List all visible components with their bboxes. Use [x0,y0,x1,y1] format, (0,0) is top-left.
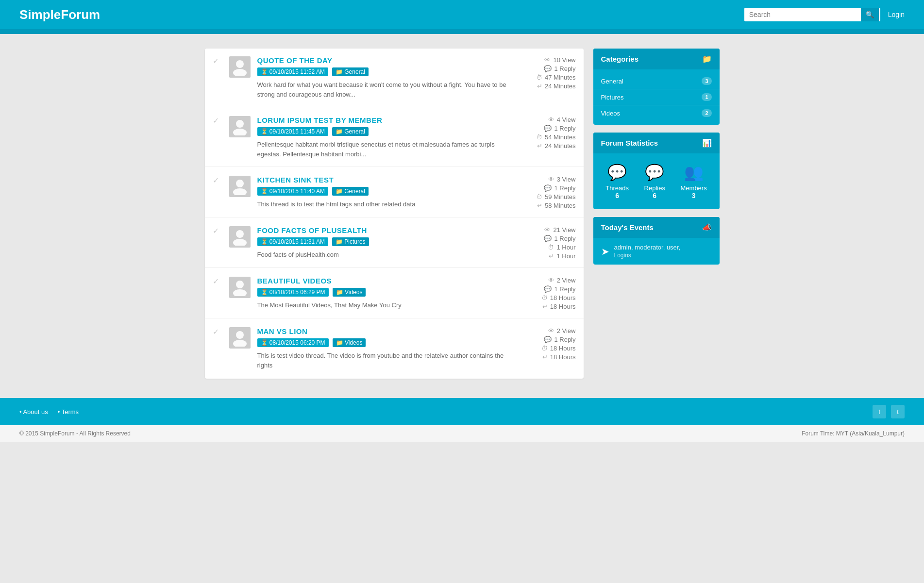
time1: 1 Hour [556,244,575,251]
thread-body: BEAUTIFUL VIDEOS ⏳ 08/10/2015 06:29 PM 📁… [257,277,516,310]
reply2-icon: ↵ [537,142,542,150]
time2-row: ↵18 Hours [522,303,576,310]
time2-row: ↵24 Minutes [522,83,576,90]
stats-grid: 💬 Threads 6 💬 Replies 6 👥 Members 3 [593,153,720,209]
views-count: 2 View [557,277,576,284]
svg-point-8 [236,281,244,288]
thread-category[interactable]: 📁 Videos [333,288,366,297]
reply-icon: 💬 [544,235,552,242]
threads-icon: 💬 [605,163,629,182]
stat-replies: 💬 Replies 6 [644,163,665,200]
category-name: Pictures [601,94,624,101]
categories-header: Categories 📁 [593,49,720,69]
thread-category[interactable]: 📁 Videos [333,338,366,347]
svg-point-7 [233,239,247,246]
time1: 59 Minutes [545,193,576,200]
thread-card: ✓ BEAUTIFUL VIDEOS ⏳ 08/10/2015 06:29 PM… [205,269,584,318]
time2: 24 Minutes [545,142,576,150]
thread-category[interactable]: 📁 General [332,127,369,136]
login-icon: ➤ [601,246,609,257]
thread-title[interactable]: QUOTE OF THE DAY [257,56,516,65]
search-input[interactable] [744,8,861,21]
header-right: 🔍 Login [744,8,905,21]
header: SimpleForum 🔍 Login [0,0,924,29]
avatar-wrap [229,277,251,298]
replies-row: 💬1 Reply [522,184,576,192]
search-button[interactable]: 🔍 [861,8,879,21]
thread-title[interactable]: LORUM IPSUM TEST BY MEMBER [257,116,516,124]
avatar [229,56,251,78]
avatar [229,176,251,197]
megaphone-icon: 📣 [702,223,712,232]
thread-stats: 👁2 View 💬1 Reply ⏱18 Hours ↵18 Hours [522,277,576,310]
login-button[interactable]: Login [888,11,905,18]
forum-time: Forum Time: MYT (Asia/Kuala_Lumpur) [802,430,905,437]
event-names: admin, moderator, user, [614,244,681,251]
eye-icon: 👁 [548,176,554,183]
check-col: ✓ [213,226,222,236]
views-row: 👁21 View [522,226,576,233]
time2: 1 Hour [556,252,575,260]
thread-title[interactable]: FOOD FACTS OF PLUSEALTH [257,226,516,234]
thread-card: ✓ FOOD FACTS OF PLUSEALTH ⏳ 09/10/2015 1… [205,218,584,268]
footer-main: • About us• Terms f t [0,398,924,425]
clock-icon: ⏱ [541,345,548,352]
avatar [229,116,251,137]
category-row[interactable]: General3 [593,73,720,89]
thread-category[interactable]: 📁 Pictures [332,237,369,246]
thread-meta: ⏳ 08/10/2015 06:20 PM 📁 Videos [257,338,516,347]
thread-category[interactable]: 📁 General [332,67,369,76]
svg-point-5 [233,188,247,195]
logo-plain: Simple [19,7,61,22]
thread-title[interactable]: BEAUTIFUL VIDEOS [257,277,516,285]
views-count: 2 View [557,327,576,334]
replies-row: 💬1 Reply [522,125,576,132]
reply2-icon: ↵ [537,83,542,90]
stat-members: 👥 Members 3 [681,163,707,200]
thread-meta: ⏳ 09/10/2015 11:31 AM 📁 Pictures [257,237,516,246]
replies-label: Replies [644,184,665,192]
views-row: 👁10 View [522,56,576,64]
reply-icon: 💬 [544,65,552,72]
copyright: © 2015 SimpleForum - All Rights Reserved [19,430,131,437]
thread-date: ⏳ 09/10/2015 11:40 AM [257,187,328,196]
time2: 58 Minutes [545,202,576,209]
avatar-wrap [229,226,251,248]
category-row[interactable]: Videos2 [593,105,720,121]
check-col: ✓ [213,277,222,287]
time1: 54 Minutes [545,133,576,141]
thread-card: ✓ LORUM IPSUM TEST BY MEMBER ⏳ 09/10/201… [205,108,584,167]
footer-link[interactable]: • Terms [58,408,79,416]
thread-title[interactable]: MAN VS LION [257,327,516,335]
replies-count: 6 [644,192,665,200]
event-text: admin, moderator, user, Logins [614,244,681,259]
views-row: 👁2 View [522,327,576,334]
members-label: Members [681,184,707,192]
logo-bold: Forum [61,7,100,22]
eye-icon: 👁 [548,277,554,284]
events-title: Today's Events [601,223,654,232]
reply2-icon: ↵ [542,303,548,310]
thread-excerpt: The Most Beautiful Videos, That May Make… [257,300,516,310]
twitter-icon[interactable]: t [891,405,905,418]
svg-point-4 [236,180,244,187]
reply-count: 1 Reply [554,285,575,293]
facebook-icon[interactable]: f [873,405,886,418]
footer-link[interactable]: • About us [19,408,48,416]
category-row[interactable]: Pictures1 [593,89,720,105]
subheader [0,29,924,34]
thread-stats: 👁3 View 💬1 Reply ⏱59 Minutes ↵58 Minutes [522,176,576,209]
events-card: Today's Events 📣 ➤ admin, moderator, use… [593,217,720,265]
thread-meta: ⏳ 08/10/2015 06:29 PM 📁 Videos [257,288,516,297]
thread-category[interactable]: 📁 General [332,187,369,196]
thread-title[interactable]: KITCHEN SINK TEST [257,176,516,184]
clock-icon: ⏱ [548,244,554,251]
thread-excerpt: Food facts of plusHealth.com [257,250,516,260]
eye-icon: 👁 [548,327,554,334]
avatar-wrap [229,116,251,137]
thread-stats: 👁21 View 💬1 Reply ⏱1 Hour ↵1 Hour [522,226,576,260]
thread-date: ⏳ 08/10/2015 06:29 PM [257,288,329,297]
svg-point-3 [233,129,247,135]
categories-body: General3Pictures1Videos2 [593,69,720,125]
category-count: 2 [702,109,711,117]
